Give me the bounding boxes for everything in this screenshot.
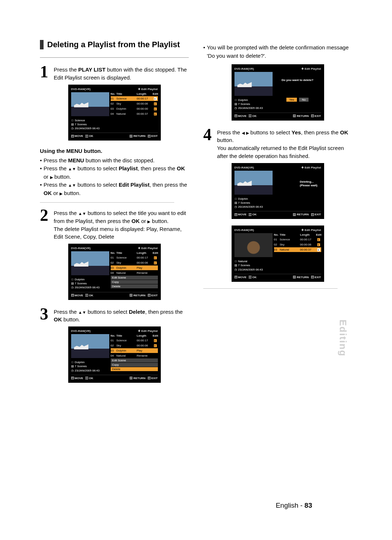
- left-arrow-icon: [242, 129, 245, 135]
- step-text: Press the buttons to select Yes, then pr…: [217, 127, 352, 160]
- section-bar-icon: [40, 40, 44, 49]
- up-arrow-icon: [68, 165, 72, 171]
- step-number: 1: [40, 64, 50, 82]
- play-icon: [50, 174, 53, 180]
- section-header: Deleting a Playlist from the Playlist: [40, 40, 189, 49]
- osd-screen-6: DVD-RAM(VR)❖ Edit Playlist □ Natural ▤ 7…: [232, 226, 324, 282]
- divider: [40, 202, 174, 203]
- osd-screen-5: DVD-RAM(VR)❖ Edit Playlist □ Dolphin ▤ 7…: [232, 163, 324, 219]
- osd-thumbnail: [71, 334, 109, 358]
- step-number: 3: [40, 306, 50, 324]
- step-text: Press the PLAY LIST button with the disc…: [54, 64, 189, 82]
- osd-screen-1: DVD-RAM(VR)❖ Edit Playlist □ Science ▤ 7…: [68, 85, 161, 141]
- osd-screen-4: DVD-RAM(VR)❖ Edit Playlist □ Dolphin ▤ 7…: [232, 64, 324, 121]
- osd-screen-3: DVD-RAM(VR)❖ Edit Playlist □ Dolphin ▤ 7…: [68, 326, 161, 383]
- down-arrow-icon: [82, 309, 86, 315]
- osd-thumbnail: [234, 233, 273, 257]
- down-arrow-icon: [72, 182, 76, 188]
- prompt-note: •You will be prompted with the delete co…: [203, 44, 352, 60]
- divider: [203, 288, 338, 289]
- step-number: 4: [203, 127, 213, 160]
- osd-thumbnail: [71, 92, 109, 116]
- osd-yes-button: Yes: [286, 98, 297, 102]
- menu-instructions: Using the MENU button. •Press the MENU b…: [40, 147, 189, 197]
- play-icon: [60, 190, 62, 196]
- osd-screen-2: DVD-RAM(VR)❖ Edit Playlist □ Dolphin ▤ 7…: [68, 244, 161, 300]
- step-3: 3 Press the buttons to select Delete, th…: [40, 306, 189, 324]
- step-2: 2 Press the buttons to select the title …: [40, 208, 189, 241]
- step-text: Press the buttons to select the title yo…: [54, 208, 189, 241]
- step-4: 4 Press the buttons to select Yes, then …: [203, 127, 352, 160]
- up-arrow-icon: [78, 210, 82, 216]
- osd-thumbnail: [234, 72, 273, 96]
- up-arrow-icon: [78, 309, 82, 315]
- side-tab: Editing: [337, 320, 348, 357]
- section-title: Deleting a Playlist from the Playlist: [47, 40, 180, 49]
- step-number: 2: [40, 208, 50, 241]
- page-footer: English - 83: [276, 502, 312, 509]
- osd-no-button: No: [299, 98, 309, 102]
- right-arrow-icon: [246, 129, 249, 135]
- divider: [40, 57, 189, 58]
- osd-thumbnail: [234, 171, 273, 195]
- osd-thumbnail: [71, 251, 109, 275]
- down-arrow-icon: [82, 210, 86, 216]
- step-1: 1 Press the PLAY LIST button with the di…: [40, 64, 189, 82]
- up-arrow-icon: [68, 182, 72, 188]
- down-arrow-icon: [72, 165, 76, 171]
- step-text: Press the buttons to select Delete, then…: [54, 306, 189, 324]
